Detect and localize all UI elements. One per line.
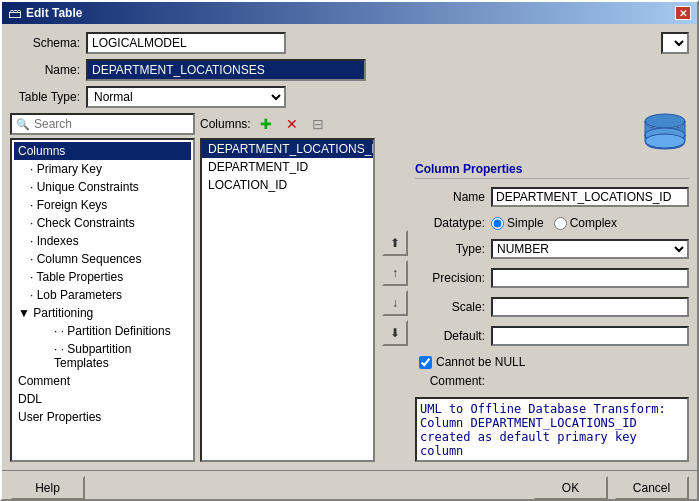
right-panel: Column Properties Name Datatype: Simple bbox=[415, 113, 689, 462]
complex-radio[interactable] bbox=[554, 217, 567, 230]
name-row: Name: bbox=[10, 59, 689, 81]
tree-item[interactable]: · Check Constraints bbox=[14, 214, 191, 232]
left-panel: 🔍 Columns· Primary Key· Unique Constrain… bbox=[10, 113, 195, 462]
remove-column-button[interactable]: ✕ bbox=[281, 113, 303, 135]
props-name-input[interactable] bbox=[491, 187, 689, 207]
add-column-button[interactable]: ✚ bbox=[255, 113, 277, 135]
props-type-label: Type: bbox=[415, 242, 485, 256]
tree-item[interactable]: User Properties bbox=[14, 408, 191, 426]
columns-label: Columns: bbox=[200, 117, 251, 131]
name-input[interactable] bbox=[86, 59, 366, 81]
table-type-label: Table Type: bbox=[10, 90, 80, 104]
search-icon: 🔍 bbox=[16, 118, 30, 131]
props-datatype-row: Datatype: Simple Complex bbox=[415, 216, 689, 230]
tree-item[interactable]: Comment bbox=[14, 372, 191, 390]
comment-row: Comment: bbox=[415, 374, 689, 388]
complex-radio-label[interactable]: Complex bbox=[554, 216, 617, 230]
tree-item[interactable]: · · Partition Definitions bbox=[14, 322, 191, 340]
column-item[interactable]: LOCATION_ID bbox=[202, 176, 373, 194]
move-bottom-button[interactable]: ⬇ bbox=[382, 320, 408, 346]
close-button[interactable]: ✕ bbox=[675, 6, 691, 20]
tree-item[interactable]: · Table Properties bbox=[14, 268, 191, 286]
move-up-button[interactable]: ↑ bbox=[382, 260, 408, 286]
move-down-button[interactable]: ↓ bbox=[382, 290, 408, 316]
dialog-content: Schema: Name: Table Type: Normal 🔍 bbox=[2, 24, 697, 470]
simple-radio[interactable] bbox=[491, 217, 504, 230]
tree-panel: Columns· Primary Key· Unique Constraints… bbox=[10, 138, 195, 462]
title-bar-left: 🗃 Edit Table bbox=[8, 5, 82, 21]
cannot-null-label: Cannot be NULL bbox=[436, 355, 525, 369]
props-precision-row: Precision: bbox=[415, 268, 689, 288]
dialog-icon: 🗃 bbox=[8, 5, 22, 21]
tree-item[interactable]: · Unique Constraints bbox=[14, 178, 191, 196]
simple-radio-label[interactable]: Simple bbox=[491, 216, 544, 230]
edit-table-dialog: 🗃 Edit Table ✕ Schema: Name: Table Type:… bbox=[0, 0, 699, 501]
column-options-button[interactable]: ⊟ bbox=[307, 113, 329, 135]
datatype-radio-group: Simple Complex bbox=[491, 216, 617, 230]
dialog-title: Edit Table bbox=[26, 6, 82, 20]
scale-input[interactable] bbox=[491, 297, 689, 317]
bottom-bar: Help OK Cancel bbox=[2, 470, 697, 501]
type-select[interactable]: NUMBER VARCHAR2 DATE CHAR bbox=[491, 239, 689, 259]
null-checkbox-row: Cannot be NULL bbox=[419, 355, 689, 369]
help-button[interactable]: Help bbox=[10, 476, 85, 500]
props-name-label: Name bbox=[415, 190, 485, 204]
column-item[interactable]: DEPARTMENT_ID bbox=[202, 158, 373, 176]
table-type-select[interactable]: Normal bbox=[86, 86, 286, 108]
schema-input[interactable] bbox=[86, 32, 286, 54]
tree-item[interactable]: · · Subpartition Templates bbox=[14, 340, 191, 372]
column-props-title: Column Properties bbox=[415, 162, 689, 179]
props-datatype-label: Datatype: bbox=[415, 216, 485, 230]
columns-list: DEPARTMENT_LOCATIONS_IDDEPARTMENT_IDLOCA… bbox=[200, 138, 375, 462]
move-top-button[interactable]: ⬆ bbox=[382, 230, 408, 256]
schema-dropdown[interactable] bbox=[661, 32, 689, 54]
tree-item[interactable]: · Indexes bbox=[14, 232, 191, 250]
columns-header: Columns: ✚ ✕ ⊟ bbox=[200, 113, 375, 135]
column-item[interactable]: DEPARTMENT_LOCATIONS_ID bbox=[202, 140, 373, 158]
middle-panel: Columns: ✚ ✕ ⊟ DEPARTMENT_LOCATIONS_IDDE… bbox=[200, 113, 375, 462]
tree-item[interactable]: · Column Sequences bbox=[14, 250, 191, 268]
tree-item[interactable]: DDL bbox=[14, 390, 191, 408]
schema-row: Schema: bbox=[10, 32, 689, 54]
default-input[interactable] bbox=[491, 326, 689, 346]
database-icon bbox=[641, 113, 689, 155]
precision-input[interactable] bbox=[491, 268, 689, 288]
props-type-row: Type: NUMBER VARCHAR2 DATE CHAR bbox=[415, 239, 689, 259]
main-area: 🔍 Columns· Primary Key· Unique Constrain… bbox=[10, 113, 689, 462]
search-input[interactable] bbox=[34, 117, 189, 131]
tree-item[interactable]: ▼ Partitioning bbox=[14, 304, 191, 322]
cannot-null-checkbox[interactable] bbox=[419, 356, 432, 369]
schema-label: Schema: bbox=[10, 36, 80, 50]
props-name-row: Name bbox=[415, 187, 689, 207]
props-precision-label: Precision: bbox=[415, 271, 485, 285]
props-scale-row: Scale: bbox=[415, 297, 689, 317]
comment-textarea[interactable]: UML to Offline Database Transform: Colum… bbox=[415, 397, 689, 462]
props-scale-label: Scale: bbox=[415, 300, 485, 314]
props-default-row: Default: bbox=[415, 326, 689, 346]
tree-item[interactable]: · Primary Key bbox=[14, 160, 191, 178]
tree-item[interactable]: · Lob Parameters bbox=[14, 286, 191, 304]
comment-label: Comment: bbox=[415, 374, 485, 388]
cancel-button[interactable]: Cancel bbox=[614, 476, 689, 500]
props-default-label: Default: bbox=[415, 329, 485, 343]
name-label: Name: bbox=[10, 63, 80, 77]
search-box: 🔍 bbox=[10, 113, 195, 135]
table-type-row: Table Type: Normal bbox=[10, 86, 689, 108]
svg-point-0 bbox=[645, 114, 685, 128]
tree-item[interactable]: · Foreign Keys bbox=[14, 196, 191, 214]
tree-item[interactable]: Columns bbox=[14, 142, 191, 160]
arrow-buttons: ⬆ ↑ ↓ ⬇ bbox=[380, 113, 410, 462]
ok-button[interactable]: OK bbox=[533, 476, 608, 500]
title-bar: 🗃 Edit Table ✕ bbox=[2, 2, 697, 24]
svg-point-2 bbox=[645, 134, 685, 148]
